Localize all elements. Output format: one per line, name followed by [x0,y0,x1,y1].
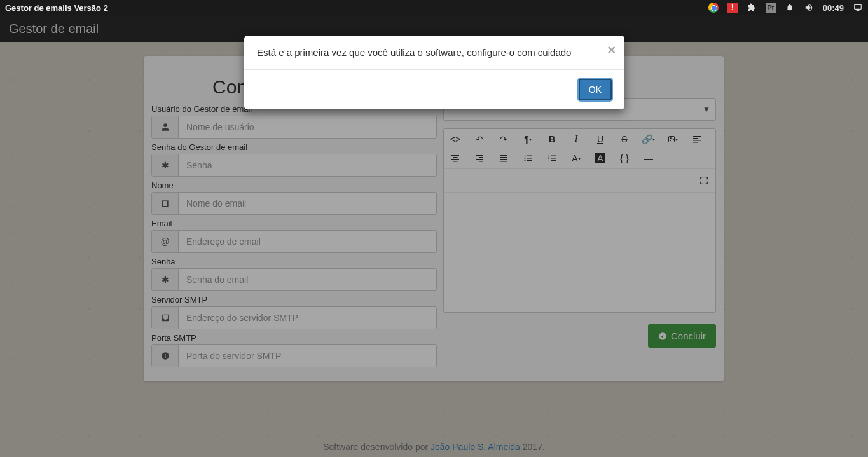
volume-icon[interactable] [804,3,814,13]
first-run-modal: × Está e a primeira vez que você utiliza… [244,36,624,109]
ok-button[interactable]: OK [579,79,612,100]
system-topbar: Gestor de emails Versão 2 ! Pt 00:49 [0,0,868,15]
clock: 00:49 [823,3,844,13]
alert-icon[interactable]: ! [727,3,738,13]
chrome-icon[interactable] [708,3,719,13]
lang-indicator[interactable]: Pt [766,3,776,13]
modal-message: Está e a primeira vez que você utiliza o… [257,47,571,58]
system-tray: ! Pt 00:49 [708,3,863,13]
window-title: Gestor de emails Versão 2 [5,3,108,13]
monitor-icon[interactable] [853,3,863,13]
svg-rect-0 [855,4,862,9]
puzzle-icon[interactable] [747,3,757,13]
bell-icon[interactable] [785,3,795,13]
close-icon[interactable]: × [607,42,616,58]
